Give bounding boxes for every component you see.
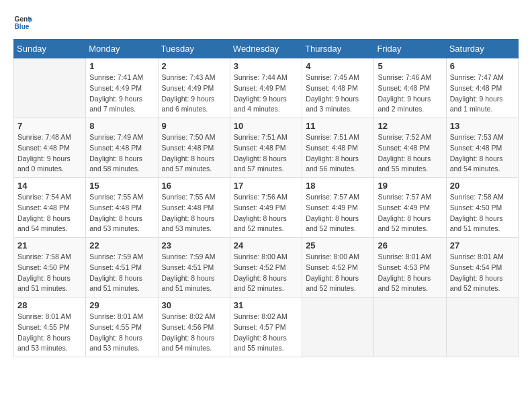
day-info: Sunrise: 7:58 AMSunset: 4:50 PMDaylight:… <box>450 192 515 234</box>
header-monday: Monday <box>86 40 158 58</box>
day-info: Sunrise: 7:41 AMSunset: 4:49 PMDaylight:… <box>89 73 154 115</box>
calendar-cell <box>374 298 446 357</box>
day-number: 30 <box>162 300 226 310</box>
day-info: Sunrise: 7:53 AMSunset: 4:48 PMDaylight:… <box>450 132 515 175</box>
day-number: 29 <box>89 300 154 310</box>
day-number: 6 <box>450 61 515 71</box>
day-number: 3 <box>234 61 298 71</box>
day-number: 28 <box>17 300 82 310</box>
day-info: Sunrise: 8:01 AMSunset: 4:54 PMDaylight:… <box>450 252 515 294</box>
calendar-cell: 18Sunrise: 7:57 AMSunset: 4:49 PMDayligh… <box>302 178 374 238</box>
day-info: Sunrise: 8:01 AMSunset: 4:55 PMDaylight:… <box>17 312 82 354</box>
day-info: Sunrise: 7:56 AMSunset: 4:49 PMDaylight:… <box>234 192 298 234</box>
calendar-cell: 16Sunrise: 7:55 AMSunset: 4:48 PMDayligh… <box>158 178 230 238</box>
calendar-cell: 28Sunrise: 8:01 AMSunset: 4:55 PMDayligh… <box>14 298 86 357</box>
calendar-cell <box>14 58 86 118</box>
day-number: 7 <box>17 121 82 131</box>
day-number: 24 <box>234 240 298 250</box>
calendar-header-row: SundayMondayTuesdayWednesdayThursdayFrid… <box>14 40 519 58</box>
calendar-cell: 20Sunrise: 7:58 AMSunset: 4:50 PMDayligh… <box>446 178 518 238</box>
day-info: Sunrise: 8:02 AMSunset: 4:57 PMDaylight:… <box>234 312 298 354</box>
day-info: Sunrise: 7:50 AMSunset: 4:48 PMDaylight:… <box>162 132 226 175</box>
day-number: 22 <box>89 240 154 250</box>
day-number: 13 <box>450 121 515 131</box>
calendar-week-1: 1Sunrise: 7:41 AMSunset: 4:49 PMDaylight… <box>14 58 519 118</box>
day-number: 31 <box>234 300 298 310</box>
svg-text:Blue: Blue <box>15 23 30 30</box>
day-number: 18 <box>306 181 370 191</box>
day-number: 9 <box>162 121 226 131</box>
day-number: 8 <box>89 121 154 131</box>
calendar-cell: 13Sunrise: 7:53 AMSunset: 4:48 PMDayligh… <box>446 118 518 178</box>
calendar-cell: 23Sunrise: 7:59 AMSunset: 4:51 PMDayligh… <box>158 238 230 298</box>
day-info: Sunrise: 7:52 AMSunset: 4:48 PMDaylight:… <box>378 132 442 175</box>
calendar-cell: 6Sunrise: 7:47 AMSunset: 4:48 PMDaylight… <box>446 58 518 118</box>
logo: General Blue <box>13 13 35 32</box>
calendar-cell: 21Sunrise: 7:58 AMSunset: 4:50 PMDayligh… <box>14 238 86 298</box>
day-info: Sunrise: 7:58 AMSunset: 4:50 PMDaylight:… <box>17 252 82 294</box>
calendar-cell: 17Sunrise: 7:56 AMSunset: 4:49 PMDayligh… <box>230 178 302 238</box>
calendar-cell: 25Sunrise: 8:00 AMSunset: 4:52 PMDayligh… <box>302 238 374 298</box>
calendar-cell: 4Sunrise: 7:45 AMSunset: 4:48 PMDaylight… <box>302 58 374 118</box>
day-info: Sunrise: 7:55 AMSunset: 4:48 PMDaylight:… <box>162 192 226 234</box>
day-number: 25 <box>306 240 370 250</box>
day-info: Sunrise: 7:55 AMSunset: 4:48 PMDaylight:… <box>89 192 154 234</box>
calendar-cell: 27Sunrise: 8:01 AMSunset: 4:54 PMDayligh… <box>446 238 518 298</box>
calendar-week-5: 28Sunrise: 8:01 AMSunset: 4:55 PMDayligh… <box>14 298 519 357</box>
day-info: Sunrise: 7:51 AMSunset: 4:48 PMDaylight:… <box>234 132 298 175</box>
day-number: 21 <box>17 240 82 250</box>
calendar-cell: 12Sunrise: 7:52 AMSunset: 4:48 PMDayligh… <box>374 118 446 178</box>
day-info: Sunrise: 7:49 AMSunset: 4:48 PMDaylight:… <box>89 132 154 175</box>
calendar-cell: 11Sunrise: 7:51 AMSunset: 4:48 PMDayligh… <box>302 118 374 178</box>
day-number: 16 <box>162 181 226 191</box>
calendar-cell: 7Sunrise: 7:48 AMSunset: 4:48 PMDaylight… <box>14 118 86 178</box>
calendar-cell: 30Sunrise: 8:02 AMSunset: 4:56 PMDayligh… <box>158 298 230 357</box>
day-info: Sunrise: 7:45 AMSunset: 4:48 PMDaylight:… <box>306 73 370 115</box>
logo-icon: General Blue <box>13 13 32 32</box>
day-number: 23 <box>162 240 226 250</box>
calendar-cell: 9Sunrise: 7:50 AMSunset: 4:48 PMDaylight… <box>158 118 230 178</box>
header-saturday: Saturday <box>446 40 518 58</box>
day-info: Sunrise: 8:01 AMSunset: 4:53 PMDaylight:… <box>378 252 442 294</box>
day-number: 15 <box>89 181 154 191</box>
day-number: 19 <box>378 181 442 191</box>
day-info: Sunrise: 7:54 AMSunset: 4:48 PMDaylight:… <box>17 192 82 234</box>
calendar-cell <box>302 298 374 357</box>
day-number: 11 <box>306 121 370 131</box>
calendar-cell: 26Sunrise: 8:01 AMSunset: 4:53 PMDayligh… <box>374 238 446 298</box>
calendar-week-3: 14Sunrise: 7:54 AMSunset: 4:48 PMDayligh… <box>14 178 519 238</box>
day-number: 5 <box>378 61 442 71</box>
day-info: Sunrise: 7:46 AMSunset: 4:48 PMDaylight:… <box>378 73 442 115</box>
header-friday: Friday <box>374 40 446 58</box>
day-info: Sunrise: 8:00 AMSunset: 4:52 PMDaylight:… <box>306 252 370 294</box>
day-number: 10 <box>234 121 298 131</box>
calendar-week-4: 21Sunrise: 7:58 AMSunset: 4:50 PMDayligh… <box>14 238 519 298</box>
calendar-cell: 14Sunrise: 7:54 AMSunset: 4:48 PMDayligh… <box>14 178 86 238</box>
day-info: Sunrise: 8:00 AMSunset: 4:52 PMDaylight:… <box>234 252 298 294</box>
day-info: Sunrise: 7:57 AMSunset: 4:49 PMDaylight:… <box>378 192 442 234</box>
day-info: Sunrise: 7:47 AMSunset: 4:48 PMDaylight:… <box>450 73 515 115</box>
header-thursday: Thursday <box>302 40 374 58</box>
calendar-cell: 1Sunrise: 7:41 AMSunset: 4:49 PMDaylight… <box>86 58 158 118</box>
calendar-cell: 5Sunrise: 7:46 AMSunset: 4:48 PMDaylight… <box>374 58 446 118</box>
day-number: 27 <box>450 240 515 250</box>
day-number: 20 <box>450 181 515 191</box>
day-number: 14 <box>17 181 82 191</box>
calendar-cell: 24Sunrise: 8:00 AMSunset: 4:52 PMDayligh… <box>230 238 302 298</box>
day-number: 26 <box>378 240 442 250</box>
calendar-cell: 31Sunrise: 8:02 AMSunset: 4:57 PMDayligh… <box>230 298 302 357</box>
day-info: Sunrise: 8:01 AMSunset: 4:55 PMDaylight:… <box>89 312 154 354</box>
day-info: Sunrise: 7:59 AMSunset: 4:51 PMDaylight:… <box>89 252 154 294</box>
day-number: 1 <box>89 61 154 71</box>
day-number: 4 <box>306 61 370 71</box>
day-info: Sunrise: 7:59 AMSunset: 4:51 PMDaylight:… <box>162 252 226 294</box>
day-info: Sunrise: 7:51 AMSunset: 4:48 PMDaylight:… <box>306 132 370 175</box>
calendar-cell: 19Sunrise: 7:57 AMSunset: 4:49 PMDayligh… <box>374 178 446 238</box>
calendar-table: SundayMondayTuesdayWednesdayThursdayFrid… <box>13 39 519 357</box>
calendar-cell: 29Sunrise: 8:01 AMSunset: 4:55 PMDayligh… <box>86 298 158 357</box>
page-header: General Blue <box>13 13 519 32</box>
calendar-cell: 3Sunrise: 7:44 AMSunset: 4:49 PMDaylight… <box>230 58 302 118</box>
calendar-cell: 8Sunrise: 7:49 AMSunset: 4:48 PMDaylight… <box>86 118 158 178</box>
calendar-cell: 22Sunrise: 7:59 AMSunset: 4:51 PMDayligh… <box>86 238 158 298</box>
day-info: Sunrise: 7:57 AMSunset: 4:49 PMDaylight:… <box>306 192 370 234</box>
